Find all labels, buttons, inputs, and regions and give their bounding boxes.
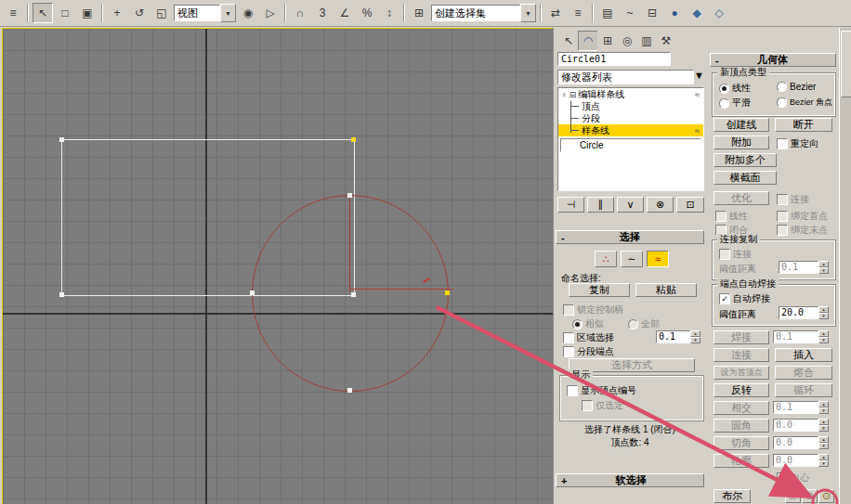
area-selection-checkbox[interactable]: ✓ 区域选择 xyxy=(563,331,614,344)
spinner-up-icon[interactable]: ▴ xyxy=(818,261,829,267)
material-editor-icon[interactable]: ● xyxy=(664,3,685,23)
outline-button[interactable]: 轮廓 xyxy=(714,454,769,468)
panel-scrollbar[interactable] xyxy=(839,28,851,504)
selection-rollout-header[interactable]: - 选择 xyxy=(556,230,704,244)
boolean-union-icon[interactable]: ∞ xyxy=(785,489,801,503)
make-unique-button[interactable]: ∨ xyxy=(617,197,644,213)
bind-first-checkbox[interactable]: ✓ 绑定首点 xyxy=(777,210,828,223)
cross-section-button[interactable]: 横截面 xyxy=(714,171,777,185)
boolean-button[interactable]: 布尔 xyxy=(714,489,751,503)
use-pivot-center-icon[interactable]: ◉ xyxy=(238,3,258,23)
dropdown-arrow-icon[interactable]: ▼ xyxy=(520,4,536,22)
select-tool-icon[interactable]: ↖ xyxy=(33,3,53,23)
fuse-button[interactable]: 熔合 xyxy=(775,366,832,380)
soft-selection-rollout-header[interactable]: + 软选择 xyxy=(556,473,704,487)
circle-vertex-left[interactable] xyxy=(250,291,255,295)
bezier-vertex-radio[interactable]: Bezier xyxy=(777,82,816,92)
auto-weld-threshold-spinner[interactable]: 20.0 ▴▾ xyxy=(779,306,829,319)
scrollbar-thumb[interactable] xyxy=(841,31,851,97)
weld-threshold-spinner[interactable]: 0.1 ▴▾ xyxy=(773,330,829,343)
expand-icon[interactable]: ⊟ xyxy=(570,90,577,99)
fillet-button[interactable]: 圆角 xyxy=(714,419,769,433)
stack-item-circle-base[interactable]: Circle xyxy=(560,138,701,152)
stack-item-spline-selected[interactable]: 样条线 ≈ xyxy=(558,124,703,136)
spinner-up-icon[interactable]: ▴ xyxy=(690,330,700,337)
reorient-checkbox[interactable]: ✓ 重定向 xyxy=(777,137,818,150)
segment-subobject-button[interactable]: ∼ xyxy=(621,251,643,267)
rect-vertex-top-left[interactable] xyxy=(59,137,64,142)
configure-modifier-sets-button[interactable]: ⊡ xyxy=(676,197,704,213)
similar-radio[interactable]: 相似 xyxy=(572,317,604,330)
make-first-button[interactable]: 设为首顶点 xyxy=(714,366,769,380)
break-button[interactable]: 断开 xyxy=(775,118,832,132)
linear-vertex-radio[interactable]: 线性 xyxy=(719,82,751,95)
attach-button[interactable]: 附加 xyxy=(714,136,769,149)
vertex-subobject-button[interactable]: ∴ xyxy=(595,251,617,267)
outline-spinner[interactable]: 0.0 ▴▾ xyxy=(773,454,829,467)
spinner-up-icon[interactable]: ▴ xyxy=(818,401,829,407)
rect-vertex-bottom-left[interactable] xyxy=(59,292,64,297)
modifier-active-icon[interactable]: ≈ xyxy=(695,126,700,136)
insert-button[interactable]: 插入 xyxy=(775,348,832,362)
tab-hierarchy-icon[interactable]: ⊞ xyxy=(597,31,618,51)
stack-item-vertex[interactable]: 顶点 xyxy=(558,100,703,112)
spinner-up-icon[interactable]: ▴ xyxy=(818,419,829,425)
spinner-down-icon[interactable]: ▾ xyxy=(818,443,829,449)
scale-tool-icon[interactable]: ◱ xyxy=(151,3,172,23)
spinner-down-icon[interactable]: ▾ xyxy=(818,313,829,319)
attach-multiple-button[interactable]: 附加多个 xyxy=(714,153,777,167)
schematic-view-icon[interactable]: ⊟ xyxy=(642,3,662,23)
copy-button[interactable]: 复制 xyxy=(569,283,630,297)
cycle-button[interactable]: 循环 xyxy=(775,383,832,397)
rect-vertex-bottom-right[interactable] xyxy=(351,292,356,297)
spinner-snap-icon[interactable]: ↕ xyxy=(379,3,399,23)
dropdown-arrow-icon[interactable]: ▼ xyxy=(694,70,704,84)
center-checkbox[interactable]: ✓ 中心 xyxy=(777,472,809,485)
snap-3d-icon[interactable]: 3 xyxy=(312,3,333,23)
lock-handles-checkbox[interactable]: ✓ 锁定控制柄 xyxy=(563,304,623,317)
bind-last-checkbox[interactable]: ✓ 绑定末点 xyxy=(777,224,828,237)
segment-end-checkbox[interactable]: ✓ 分段端点 xyxy=(563,345,614,358)
dropdown-arrow-icon[interactable]: ▼ xyxy=(220,4,236,22)
quick-render-icon[interactable]: ◇ xyxy=(709,3,729,23)
paste-button[interactable]: 粘贴 xyxy=(635,283,697,297)
reference-coordinate-dropdown[interactable]: 视图 ▼ xyxy=(174,5,236,21)
reverse-button[interactable]: 反转 xyxy=(714,383,769,397)
percent-snap-icon[interactable]: % xyxy=(357,3,377,23)
spinner-down-icon[interactable]: ▾ xyxy=(818,425,829,432)
circle-vertex-top[interactable] xyxy=(347,193,352,198)
angle-snap-icon[interactable]: ∠ xyxy=(334,3,355,23)
tab-motion-icon[interactable]: ◎ xyxy=(617,31,637,51)
object-name-field[interactable]: Circle01 xyxy=(557,52,671,66)
connect-copy-threshold-spinner[interactable]: 0.1 ▴▾ xyxy=(779,261,829,274)
curve-editor-icon[interactable]: ~ xyxy=(620,3,640,23)
chamfer-spinner[interactable]: 0.0 ▴▾ xyxy=(773,436,829,449)
spinner-up-icon[interactable]: ▴ xyxy=(818,330,829,337)
selection-region-icon[interactable]: □ xyxy=(55,3,75,23)
geometry-rollout-header[interactable]: - 几何体 xyxy=(710,53,836,67)
snap-toggle-icon[interactable]: ∩ xyxy=(290,3,310,23)
remove-modifier-button[interactable]: ⊗ xyxy=(647,197,674,213)
move-tool-icon[interactable]: + xyxy=(107,3,127,23)
show-vertex-numbers-checkbox[interactable]: ✓ 显示顶点编号 xyxy=(567,384,636,397)
selected-only-checkbox[interactable]: ✓ 仅选定 xyxy=(582,399,623,412)
spinner-up-icon[interactable]: ▴ xyxy=(818,436,829,443)
all-radio[interactable]: 全部 xyxy=(628,317,660,330)
spinner-down-icon[interactable]: ▾ xyxy=(818,407,829,414)
spinner-down-icon[interactable]: ▾ xyxy=(690,337,700,343)
linear-checkbox[interactable]: ✓ 线性 xyxy=(715,210,748,223)
modifier-active-icon[interactable]: ≈ xyxy=(695,90,700,99)
layer-manager-icon[interactable]: ▤ xyxy=(597,3,618,23)
spinner-up-icon[interactable]: ▴ xyxy=(818,306,829,313)
cross-insert-button[interactable]: 相交 xyxy=(714,401,769,415)
spinner-down-icon[interactable]: ▾ xyxy=(818,337,829,343)
rotate-tool-icon[interactable]: ↺ xyxy=(129,3,150,23)
align-tool-icon[interactable]: ≡ xyxy=(568,3,588,23)
tab-display-icon[interactable]: ▥ xyxy=(636,31,657,51)
circle-vertex-bottom[interactable] xyxy=(347,388,352,393)
stack-item-segment[interactable]: 分段 xyxy=(558,112,703,124)
edit-named-selections-icon[interactable]: ⊞ xyxy=(409,3,429,23)
modifier-list-dropdown[interactable]: 修改器列表 ▼ xyxy=(557,70,704,84)
connect-button[interactable]: 连接 xyxy=(714,348,769,362)
circle-spline[interactable] xyxy=(252,195,449,392)
